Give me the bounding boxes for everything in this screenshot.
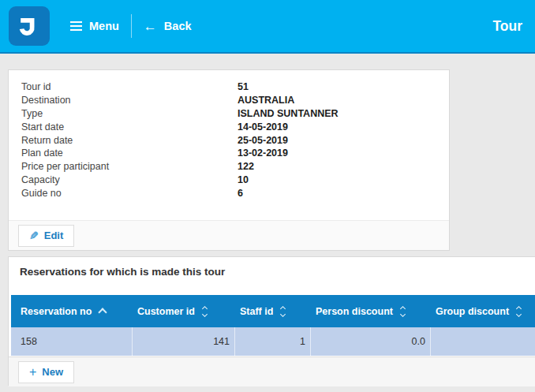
cell-customer-id[interactable]: 141 <box>133 327 235 356</box>
column-header-group-discount[interactable]: Group discount <box>431 295 535 327</box>
field-price-per-participant: Price per participant 122 <box>21 160 436 174</box>
tour-details-fields: Tour id 51 Destination AUSTRALIA Type IS… <box>9 70 449 200</box>
hamburger-icon <box>70 21 82 31</box>
reservations-title: Reservations for which is made this tour <box>9 257 535 278</box>
back-button[interactable]: ← Back <box>144 20 192 33</box>
edit-button[interactable]: ✎ Edit <box>18 225 74 247</box>
sort-updown-icon <box>517 307 521 316</box>
column-label: Reservation no <box>21 306 92 317</box>
new-button[interactable]: + New <box>18 361 74 383</box>
field-value: 14-05-2019 <box>238 121 288 133</box>
field-guide-no: Guide no 6 <box>21 186 436 200</box>
field-value: 25-05-2019 <box>238 135 288 146</box>
field-label: Tour id <box>21 81 238 92</box>
menu-button-label: Menu <box>89 20 119 32</box>
field-label: Plan date <box>21 147 238 159</box>
field-destination: Destination AUSTRALIA <box>21 94 436 107</box>
field-return-date: Return date 25-05-2019 <box>21 133 436 147</box>
pencil-icon: ✎ <box>29 230 39 242</box>
cell-staff-id[interactable]: 1 <box>235 327 311 356</box>
arrow-left-icon: ← <box>144 20 157 33</box>
column-header-person-discount[interactable]: Person discount <box>311 295 431 327</box>
column-header-customer-id[interactable]: Customer id <box>133 295 235 327</box>
app-logo-icon <box>15 12 43 40</box>
field-label: Price per participant <box>21 161 238 172</box>
page-title: Tour <box>492 18 522 35</box>
topbar-divider <box>131 14 132 38</box>
reservations-footer: + New <box>9 357 535 386</box>
field-label: Guide no <box>21 188 238 199</box>
field-value: 122 <box>238 161 254 172</box>
field-label: Type <box>21 108 238 119</box>
field-tour-id: Tour id 51 <box>21 80 436 94</box>
field-capacity: Capacity 10 <box>21 174 436 187</box>
field-value: 13-02-2019 <box>238 147 288 159</box>
field-label: Capacity <box>21 174 238 185</box>
field-type: Type ISLAND SUNTANNER <box>21 107 436 121</box>
field-value: 51 <box>238 81 249 92</box>
field-value: 10 <box>238 174 249 185</box>
back-button-label: Back <box>164 20 192 32</box>
field-label: Destination <box>21 95 238 106</box>
table-row-selected[interactable]: 158 141 1 0.0 0.0 <box>11 327 535 356</box>
new-button-label: New <box>42 366 63 378</box>
field-label: Return date <box>21 135 238 146</box>
reservations-panel: Reservations for which is made this tour… <box>8 256 535 386</box>
menu-button[interactable]: Menu <box>70 20 119 32</box>
field-value: ISLAND SUNTANNER <box>238 108 339 119</box>
field-value: AUSTRALIA <box>238 95 294 106</box>
field-value: 6 <box>238 188 243 199</box>
reservations-table: Reservation no Customer id Staff id Pers… <box>11 295 535 356</box>
sort-updown-icon <box>281 307 285 316</box>
edit-button-label: Edit <box>44 230 64 241</box>
column-header-staff-id[interactable]: Staff id <box>235 295 311 327</box>
tour-detail-screen: Menu ← Back Tour Tour id 51 Destination … <box>0 0 535 392</box>
column-label: Staff id <box>240 306 273 317</box>
sort-updown-icon <box>401 307 405 316</box>
column-label: Customer id <box>137 306 195 317</box>
tour-details-footer: ✎ Edit <box>9 220 449 250</box>
column-label: Person discount <box>316 306 393 317</box>
cell-person-discount[interactable]: 0.0 <box>311 327 431 356</box>
tour-details-card: Tour id 51 Destination AUSTRALIA Type IS… <box>8 69 450 251</box>
field-label: Start date <box>21 121 238 133</box>
plus-icon: + <box>29 366 36 379</box>
field-start-date: Start date 14-05-2019 <box>21 120 436 133</box>
field-plan-date: Plan date 13-02-2019 <box>21 147 436 160</box>
sort-updown-icon <box>203 307 207 316</box>
cell-group-discount[interactable]: 0.0 <box>431 327 535 356</box>
cell-reservation-no[interactable]: 158 <box>11 327 133 356</box>
reservations-table-header: Reservation no Customer id Staff id Pers… <box>11 295 535 327</box>
column-header-reservation-no[interactable]: Reservation no <box>11 295 133 327</box>
app-logo <box>9 6 50 46</box>
top-app-bar: Menu ← Back Tour <box>0 0 535 54</box>
column-label: Group discount <box>436 306 509 317</box>
sort-ascending-icon <box>99 308 107 316</box>
